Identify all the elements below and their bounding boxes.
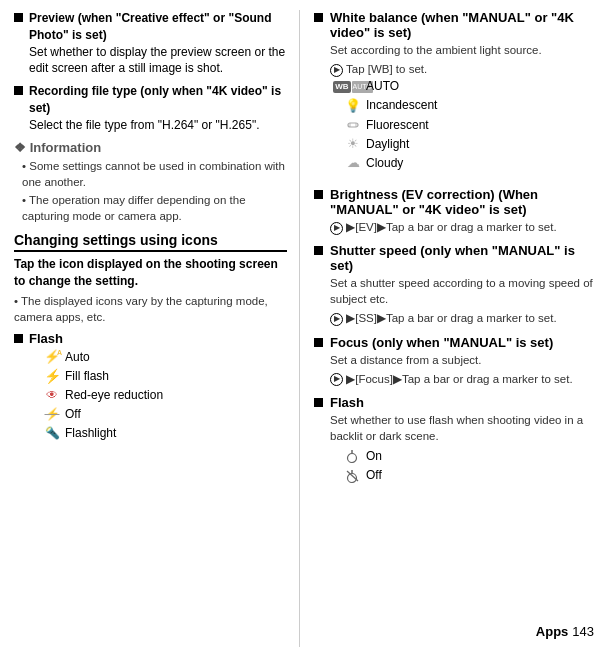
wb-incandescent-label: Incandescent [366, 96, 437, 115]
fluorescent-svg [346, 118, 360, 132]
brightness-instruction: ▶[EV]▶Tap a bar or drag a marker to set. [346, 221, 556, 233]
flash-right-section: Flash Set whether to use flash when shoo… [314, 395, 596, 492]
flash-off-right-item: Off [344, 466, 596, 485]
wb-fluorescent-label: Fluorescent [366, 116, 429, 135]
flash-auto-icon: ⚡A [43, 350, 61, 364]
wb-title: White balance (when "MANUAL" or "4K vide… [330, 10, 596, 40]
apps-label: Apps [536, 624, 569, 639]
wb-fluorescent-icon [344, 118, 362, 132]
flash-section: Flash ⚡A Auto ⚡ Fill flash [14, 331, 287, 450]
wb-cloudy-item: ☁ Cloudy [344, 154, 596, 173]
flash-torch-item: 🔦 Flashlight [43, 424, 287, 443]
left-column: Preview (when "Creative effect" or "Soun… [0, 10, 300, 647]
note-text: The displayed icons vary by the capturin… [14, 293, 287, 325]
left-item-preview-title: Preview (when "Creative effect" or "Soun… [29, 11, 271, 42]
wb-sub-list: WB AUTO AUTO 💡 Incandescent [344, 77, 596, 173]
flash-fill-label: Fill flash [65, 367, 109, 386]
brightness-section: Brightness (EV correction) (When "MANUAL… [314, 187, 596, 235]
brightness-title: Brightness (EV correction) (When "MANUAL… [330, 187, 596, 217]
flash-redeye-label: Red-eye reduction [65, 386, 163, 405]
shutter-bullet [314, 246, 323, 255]
info-bullet-2: The operation may differ depending on th… [14, 192, 287, 224]
bullet-square-2 [14, 86, 23, 95]
left-item-preview-desc: Set whether to display the preview scree… [29, 45, 285, 76]
wb-daylight-item: ☀ Daylight [344, 135, 596, 154]
shutter-desc: Set a shutter speed according to a movin… [330, 275, 596, 307]
flash-right-bullet [314, 398, 323, 407]
flash-off-icon: ⚡ [43, 408, 61, 422]
info-bullet-1: Some settings cannot be used in combinat… [14, 158, 287, 190]
shutter-instruction: ▶[SS]▶Tap a bar or drag a marker to set. [346, 312, 556, 324]
flash-title: Flash [29, 331, 287, 346]
flash-right-sub-list: On Off [344, 447, 596, 485]
wb-desc: Set according to the ambient light sourc… [330, 42, 596, 58]
wb-incandescent-icon: 💡 [344, 99, 362, 113]
wb-daylight-label: Daylight [366, 135, 409, 154]
svg-rect-0 [348, 123, 358, 127]
wb-fluorescent-item: Fluorescent [344, 116, 596, 135]
wb-incandescent-item: 💡 Incandescent [344, 96, 596, 115]
focus-section: Focus (only when "MANUAL" is set) Set a … [314, 335, 596, 387]
wb-daylight-icon: ☀ [344, 137, 362, 151]
brightness-bullet [314, 190, 323, 199]
focus-desc: Set a distance from a subject. [330, 352, 596, 368]
flash-torch-label: Flashlight [65, 424, 116, 443]
wb-auto-icon: WB AUTO [344, 80, 362, 94]
information-section: Information Some settings cannot be used… [14, 140, 287, 224]
flash-fill-item: ⚡ Fill flash [43, 367, 287, 386]
flash-auto-item: ⚡A Auto [43, 348, 287, 367]
flash-sub-list: ⚡A Auto ⚡ Fill flash 👁 R [43, 348, 287, 444]
focus-title: Focus (only when "MANUAL" is set) [330, 335, 596, 350]
wb-cloudy-icon: ☁ [344, 157, 362, 171]
left-item-recording-title: Recording file type (only when "4K video… [29, 84, 281, 115]
flash-off-right-icon [344, 469, 362, 483]
flash-torch-icon: 🔦 [43, 427, 61, 441]
wb-instruction: Tap [WB] to set. [346, 63, 427, 75]
wb-auto-label: AUTO [366, 77, 399, 96]
wb-bullet [314, 13, 323, 22]
flash-on-label: On [366, 447, 382, 466]
focus-bullet [314, 338, 323, 347]
flash-auto-label: Auto [65, 348, 90, 367]
flash-right-title: Flash [330, 395, 596, 410]
flash-redeye-item: 👁 Red-eye reduction [43, 386, 287, 405]
wb-auto-item: WB AUTO AUTO [344, 77, 596, 96]
focus-circle-icon: ▶ [330, 373, 343, 386]
focus-instruction: ▶[Focus]▶Tap a bar or drag a marker to s… [346, 373, 572, 385]
svg-point-3 [348, 454, 357, 463]
flash-right-desc: Set whether to use flash when shooting v… [330, 412, 596, 444]
page-number: 143 [572, 624, 594, 639]
wb-section: White balance (when "MANUAL" or "4K vide… [314, 10, 596, 179]
flash-on-icon [344, 449, 362, 463]
shutter-circle-icon: ▶ [330, 313, 343, 326]
flash-off-item: ⚡ Off [43, 405, 287, 424]
flash-redeye-icon: 👁 [43, 389, 61, 403]
flash-off-right-label: Off [366, 466, 382, 485]
flash-off-label: Off [65, 405, 81, 424]
brightness-circle-icon: ▶ [330, 222, 343, 235]
bullet-square [14, 13, 23, 22]
right-column: White balance (when "MANUAL" or "4K vide… [300, 10, 608, 647]
left-item-recording-desc: Select the file type from "H.264" or "H.… [29, 118, 259, 132]
shutter-section: Shutter speed (only when "MANUAL" is set… [314, 243, 596, 326]
footer: Apps 143 [536, 624, 594, 639]
page-container: Preview (when "Creative effect" or "Soun… [0, 0, 608, 647]
wb-circle-icon: ▶ [330, 64, 343, 77]
flash-fill-icon: ⚡ [43, 370, 61, 384]
flash-on-item: On [344, 447, 596, 466]
left-item-preview: Preview (when "Creative effect" or "Soun… [14, 10, 287, 77]
shutter-title: Shutter speed (only when "MANUAL" is set… [330, 243, 596, 273]
left-item-recording: Recording file type (only when "4K video… [14, 83, 287, 133]
wb-cloudy-label: Cloudy [366, 154, 403, 173]
tap-instruction: Tap the icon displayed on the shooting s… [14, 256, 287, 290]
info-title: Information [14, 140, 287, 155]
changing-heading: Changing settings using icons [14, 232, 287, 252]
flash-bullet [14, 334, 23, 343]
